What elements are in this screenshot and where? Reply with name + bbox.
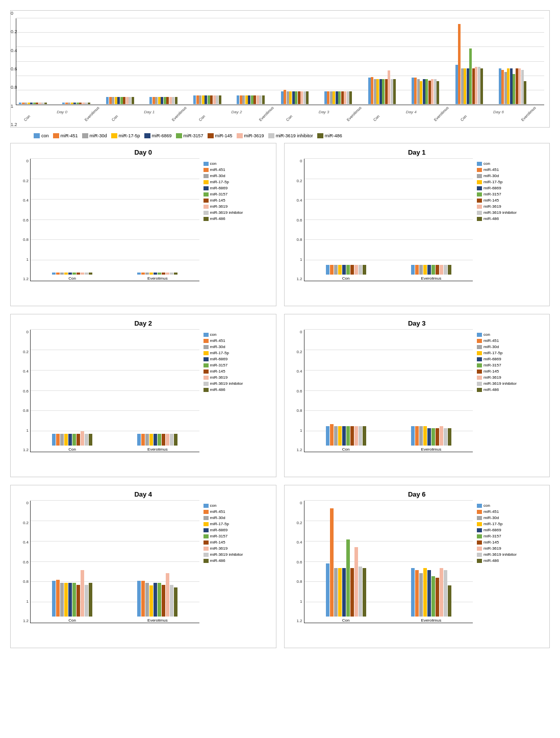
bar [248, 95, 250, 104]
sub-legend-color [477, 168, 482, 172]
sub-bar [326, 563, 329, 617]
legend-label: miR-3619 [244, 133, 264, 138]
sub-legend-color [477, 540, 482, 545]
sub-legend-label: miR-3619 inhibitor [210, 552, 243, 557]
sub-bar [85, 585, 88, 617]
sub-y-labels: 1.210.80.60.40.20 [290, 501, 304, 623]
sub-legend-color [203, 168, 209, 172]
bar [385, 79, 388, 104]
sub-group: Con [35, 330, 110, 452]
sub-legend-color [477, 522, 482, 526]
legend-item: miR-486 [317, 133, 342, 138]
bar [478, 67, 480, 104]
sub-legend-item: miR-3619 inhibitor [203, 210, 271, 215]
sub-legend-label: miR-30d [210, 174, 225, 178]
sub-bar [334, 426, 338, 446]
sub-legend: conmiR-451miR-30dmiR-17-5pmiR-6869miR-31… [199, 159, 271, 281]
bar [417, 79, 420, 104]
day-label: Day 3 [319, 110, 329, 114]
main-chart-container: 1.2 1 0.8 0.6 0.4 0.2 0 ConEverolimusDay… [10, 10, 550, 128]
sub-bar [415, 265, 419, 275]
day-label: Day 2 [231, 110, 242, 114]
bar [79, 103, 82, 104]
bar [82, 103, 85, 104]
sub-group: Con [309, 330, 384, 452]
sub-bar [411, 426, 415, 446]
sub-legend-item: miR-30d [477, 174, 544, 178]
sub-bars [120, 330, 195, 446]
main-day-group: ConEverolimusDay 3 [281, 18, 367, 104]
sub-legend-label: miR-3619 inhibitor [210, 210, 243, 215]
sub-legend-label: con [210, 332, 217, 337]
sub-legend-label: miR-6869 [483, 357, 501, 361]
legend-label: miR-3157 [184, 133, 203, 138]
sub-legend-label: miR-451 [483, 338, 499, 343]
sub-legend-label: con [483, 161, 490, 166]
bar [30, 103, 33, 104]
group-label: Everolimus [520, 106, 537, 122]
sub-legend-color [477, 553, 482, 557]
bar [524, 81, 526, 104]
bar-group: Everolimus [499, 18, 542, 104]
bar [379, 79, 382, 104]
legend-label: miR-30d [90, 133, 107, 138]
bar-group: Everolimus [149, 18, 192, 104]
sub-legend-item: miR-451 [477, 338, 544, 343]
sub-group-label: Everolimus [421, 276, 442, 281]
sub-legend-item: miR-6869 [477, 357, 544, 361]
sub-legend-item: miR-145 [477, 369, 544, 374]
sub-bar [77, 585, 80, 617]
sub-legend-color [203, 205, 209, 209]
bar [349, 91, 352, 104]
sub-legend-color [477, 534, 482, 538]
sub-legend-color [203, 345, 209, 349]
sub-legend-label: miR-30d [483, 174, 499, 178]
sub-bar [334, 568, 338, 617]
sub-legend-item: miR-3619 [477, 375, 544, 380]
sub-chart-title: Day 6 [290, 490, 545, 498]
sub-legend-color [477, 370, 482, 374]
sub-bar [158, 434, 161, 446]
bar [39, 103, 41, 104]
sub-legend-item: miR-3619 [203, 546, 271, 551]
bar [327, 91, 329, 104]
sub-group-label: Everolimus [147, 447, 168, 452]
group-label: Con [285, 114, 293, 122]
sub-bar [145, 273, 149, 275]
sub-bar [330, 265, 334, 275]
sub-legend-label: miR-145 [483, 540, 499, 545]
sub-legend-item: miR-30d [477, 515, 544, 520]
sub-chart-plot: ConEverolimus [30, 159, 199, 281]
sub-legend-item: con [203, 503, 271, 508]
day-label: Day 1 [144, 110, 155, 114]
sub-chart-plot: ConEverolimus [30, 330, 199, 452]
bar [414, 78, 417, 104]
bar [306, 91, 309, 104]
sub-bar [154, 434, 157, 446]
sub-legend-label: miR-3619 inhibitor [483, 210, 517, 215]
sub-legend-item: miR-486 [203, 387, 271, 392]
bar [298, 91, 300, 104]
sub-bar [431, 576, 435, 617]
bar [516, 68, 518, 104]
sub-bar [363, 265, 366, 275]
sub-legend-label: miR-3619 [483, 546, 501, 551]
sub-legend-color [477, 357, 482, 361]
sub-legend-color [477, 345, 482, 349]
sub-group-label: Everolimus [421, 447, 442, 452]
sub-bar [137, 273, 141, 275]
sub-legend-label: con [210, 161, 217, 166]
bar [126, 97, 129, 104]
bar [368, 78, 371, 104]
legend-label: miR-3619 inhibitor [276, 133, 313, 138]
sub-legend-color [203, 192, 209, 196]
bar [132, 97, 134, 104]
sub-legend-color [203, 370, 209, 374]
group-label: Con [198, 114, 206, 122]
sub-bar [89, 273, 92, 275]
sub-bar [342, 265, 346, 275]
sub-legend-color [203, 211, 209, 215]
sub-legend-color [203, 510, 209, 514]
sub-legend-label: miR-486 [210, 216, 225, 221]
sub-legend-label: miR-6869 [483, 528, 501, 532]
